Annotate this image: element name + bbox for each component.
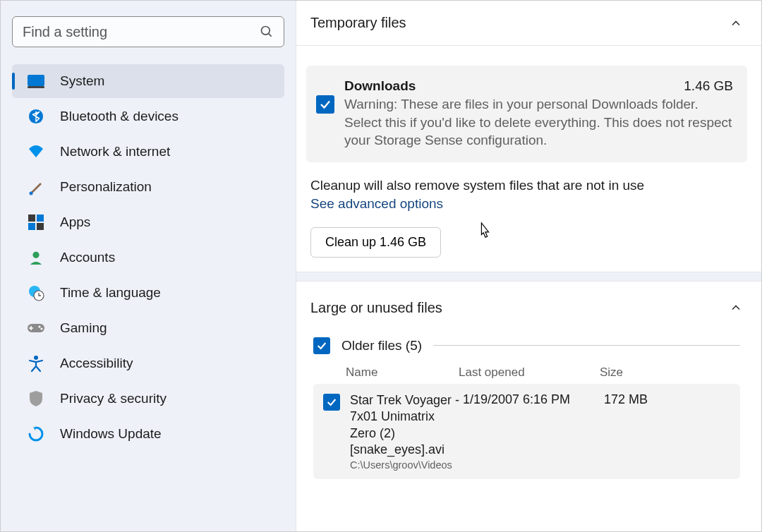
col-opened: Last opened bbox=[459, 365, 600, 380]
nav-label: Time & language bbox=[60, 285, 161, 301]
shield-icon bbox=[26, 389, 46, 409]
downloads-card: Downloads 1.46 GB Warning: These are fil… bbox=[306, 66, 747, 162]
update-icon bbox=[26, 424, 46, 444]
main-content: Temporary files Downloads 1.46 GB Warnin… bbox=[296, 1, 761, 531]
sidebar-item-personalization[interactable]: Personalization bbox=[12, 170, 284, 204]
downloads-checkbox[interactable] bbox=[316, 95, 334, 114]
sidebar-item-time[interactable]: Time & language bbox=[12, 276, 284, 310]
older-files-row: Older files (5) bbox=[313, 337, 740, 354]
cleanup-note: Cleanup will also remove system files th… bbox=[310, 178, 747, 193]
section-divider bbox=[296, 272, 761, 282]
sidebar-item-accessibility[interactable]: Accessibility bbox=[12, 346, 284, 380]
svg-rect-2 bbox=[28, 75, 44, 86]
chevron-up-icon bbox=[729, 16, 743, 30]
clock-globe-icon bbox=[26, 283, 46, 303]
sidebar-item-bluetooth[interactable]: Bluetooth & devices bbox=[12, 99, 284, 133]
downloads-title: Downloads bbox=[344, 78, 416, 94]
sidebar-item-system[interactable]: System bbox=[12, 64, 284, 98]
nav-label: Bluetooth & devices bbox=[60, 109, 179, 124]
file-size: 172 MB bbox=[604, 392, 689, 407]
older-files-label: Older files (5) bbox=[341, 338, 422, 353]
file-path: C:\Users\groov\Videos bbox=[350, 459, 463, 471]
search-box[interactable] bbox=[12, 16, 284, 47]
svg-point-10 bbox=[32, 252, 39, 258]
older-files-checkbox[interactable] bbox=[313, 337, 330, 354]
svg-rect-8 bbox=[28, 223, 35, 230]
large-files-body: Older files (5) Name Last opened Size St… bbox=[296, 327, 761, 480]
sidebar-item-network[interactable]: Network & internet bbox=[12, 135, 284, 169]
svg-rect-6 bbox=[28, 214, 35, 222]
nav-label: Gaming bbox=[60, 320, 107, 336]
nav-label: Accounts bbox=[60, 250, 115, 265]
svg-line-1 bbox=[269, 34, 272, 37]
divider-line bbox=[433, 345, 740, 346]
advanced-options-link[interactable]: See advanced options bbox=[310, 196, 443, 212]
search-input[interactable] bbox=[23, 24, 260, 40]
svg-rect-7 bbox=[37, 214, 44, 222]
section-title: Temporary files bbox=[310, 15, 406, 31]
svg-point-14 bbox=[38, 325, 40, 327]
downloads-size: 1.46 GB bbox=[684, 78, 733, 94]
file-row[interactable]: Star Trek Voyager - 7x01 Unimatrix Zero … bbox=[313, 384, 740, 480]
sidebar-item-accounts[interactable]: Accounts bbox=[12, 241, 284, 274]
downloads-warning: Warning: These are files in your persona… bbox=[344, 95, 733, 150]
nav-label: Apps bbox=[60, 214, 90, 230]
nav-list: System Bluetooth & devices Network & int… bbox=[12, 64, 284, 451]
accessibility-icon bbox=[26, 353, 46, 373]
nav-label: Windows Update bbox=[60, 426, 162, 442]
temp-files-header[interactable]: Temporary files bbox=[296, 1, 761, 46]
sidebar-item-privacy[interactable]: Privacy & security bbox=[12, 382, 284, 416]
section-title: Large or unused files bbox=[310, 300, 442, 316]
downloads-text: Downloads 1.46 GB Warning: These are fil… bbox=[344, 78, 733, 150]
temp-files-body: Downloads 1.46 GB Warning: These are fil… bbox=[296, 46, 761, 272]
brush-icon bbox=[26, 177, 46, 197]
column-headers: Name Last opened Size bbox=[346, 361, 740, 384]
settings-sidebar: System Bluetooth & devices Network & int… bbox=[1, 1, 296, 531]
sidebar-item-apps[interactable]: Apps bbox=[12, 205, 284, 239]
file-opened: 1/19/2007 6:16 PM bbox=[463, 392, 604, 407]
svg-point-15 bbox=[40, 327, 42, 330]
file-name: Star Trek Voyager - 7x01 Unimatrix Zero … bbox=[350, 392, 463, 459]
svg-rect-9 bbox=[37, 223, 44, 230]
search-icon bbox=[260, 25, 274, 39]
svg-point-0 bbox=[262, 27, 270, 35]
wifi-icon bbox=[26, 142, 46, 162]
nav-label: Privacy & security bbox=[60, 391, 167, 406]
sidebar-item-gaming[interactable]: Gaming bbox=[12, 311, 284, 345]
nav-label: Accessibility bbox=[60, 356, 133, 371]
nav-label: Network & internet bbox=[60, 144, 170, 159]
cleanup-button[interactable]: Clean up 1.46 GB bbox=[310, 227, 441, 258]
apps-icon bbox=[26, 212, 46, 232]
person-icon bbox=[26, 248, 46, 267]
col-name: Name bbox=[346, 365, 459, 380]
svg-rect-3 bbox=[28, 86, 44, 88]
large-files-header[interactable]: Large or unused files bbox=[296, 282, 761, 327]
nav-label: System bbox=[60, 73, 104, 89]
display-icon bbox=[26, 71, 46, 91]
bluetooth-icon bbox=[26, 107, 46, 126]
gamepad-icon bbox=[26, 318, 46, 338]
svg-point-16 bbox=[34, 356, 38, 360]
col-size: Size bbox=[600, 365, 684, 380]
chevron-up-icon bbox=[729, 301, 743, 315]
nav-label: Personalization bbox=[60, 179, 152, 195]
file-checkbox[interactable] bbox=[323, 394, 340, 411]
svg-point-5 bbox=[30, 192, 33, 195]
sidebar-item-update[interactable]: Windows Update bbox=[12, 417, 284, 451]
